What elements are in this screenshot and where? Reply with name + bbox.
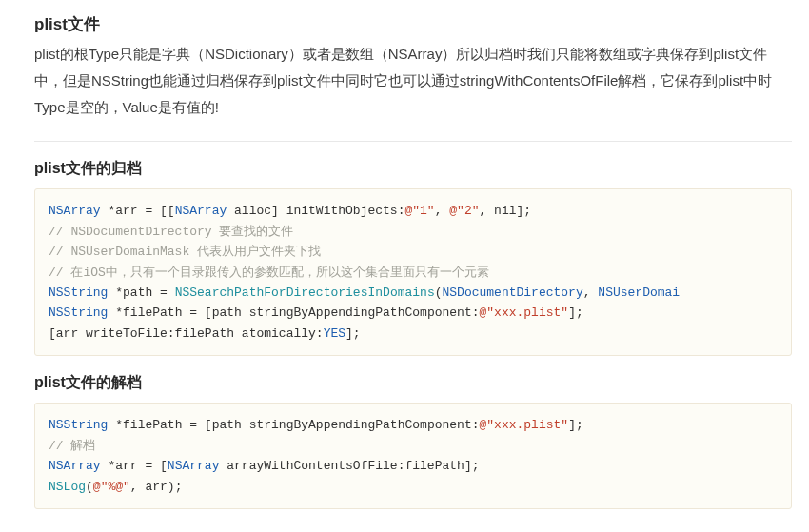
- section-description: plist的根Type只能是字典（NSDictionary）或者是数组（NSAr…: [34, 41, 792, 120]
- archive-title: plist文件的归档: [34, 159, 792, 179]
- archive-code-block: NSArray *arr = [[NSArray alloc] initWith…: [34, 188, 792, 356]
- unarchive-title: plist文件的解档: [34, 373, 792, 393]
- section-title: plist文件: [34, 13, 792, 35]
- divider: [34, 141, 792, 142]
- unarchive-code-block: NSString *filePath = [path stringByAppen…: [34, 403, 792, 509]
